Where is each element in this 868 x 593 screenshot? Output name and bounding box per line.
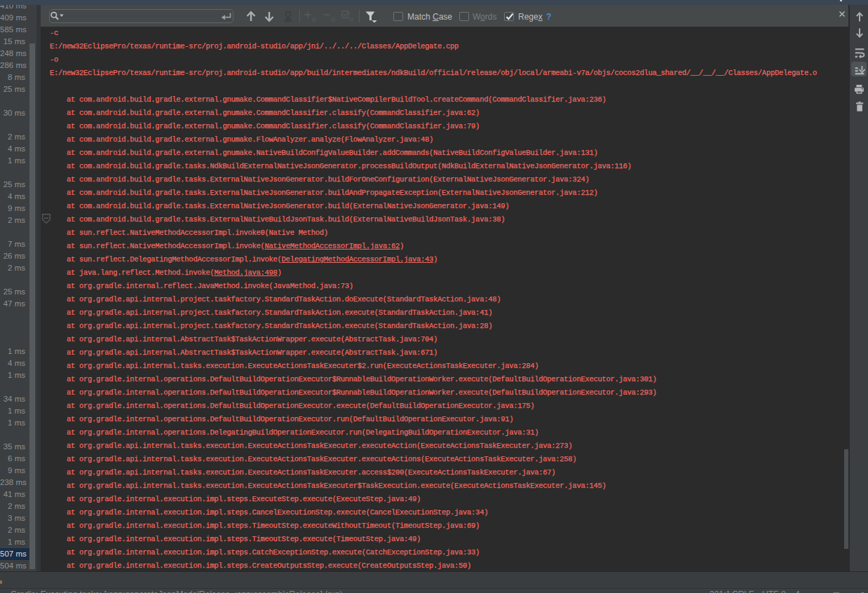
svg-text:II: II <box>331 16 335 23</box>
svg-text:II: II <box>312 16 316 23</box>
svg-text:II: II <box>349 16 353 23</box>
